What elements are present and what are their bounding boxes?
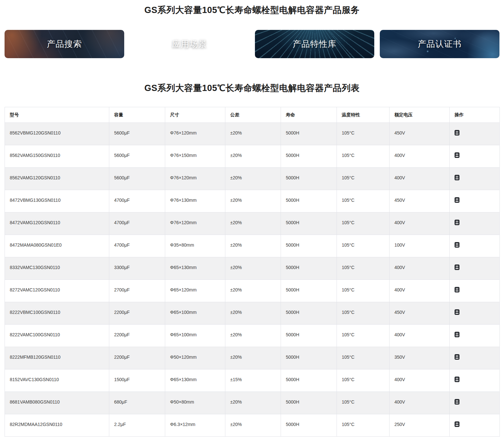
nav-cards: 产品搜索 应用场景 产品特性库 产品认证书 <box>0 30 504 58</box>
cell-tolerance: ±20% <box>225 392 281 414</box>
cell-voltage: 400V <box>390 168 450 190</box>
datasheet-icon <box>455 220 459 225</box>
cell-model: 8152VAVC130GSN0110 <box>5 369 109 392</box>
cell-voltage: 400V <box>390 392 450 414</box>
cell-tolerance: ±20% <box>225 347 281 369</box>
cell-temperature: 105°C <box>337 235 390 257</box>
table-row: 8562VAMG120GSN01105600μFΦ76×120mm±20%500… <box>5 168 500 190</box>
cell-lifetime: 5000H <box>281 257 337 280</box>
view-datasheet-button[interactable] <box>455 242 459 248</box>
cell-lifetime: 5000H <box>281 235 337 257</box>
cell-model: 8472VBMG130GSN0110 <box>5 190 109 213</box>
cell-size: Φ76×150mm <box>165 145 225 168</box>
cell-size: Φ35×80mm <box>165 235 225 257</box>
view-datasheet-button[interactable] <box>455 197 459 203</box>
cell-temperature: 105°C <box>337 213 390 235</box>
cell-voltage: 400V <box>390 369 450 392</box>
cell-size: Φ76×120mm <box>165 123 225 145</box>
view-datasheet-button[interactable] <box>455 377 459 382</box>
nav-card-product-characteristics[interactable]: 产品特性库 <box>255 30 375 58</box>
view-datasheet-button[interactable] <box>455 287 459 292</box>
nav-card-application-scenarios[interactable]: 应用场景 <box>130 30 249 58</box>
table-row: 8472MAMA080GSN01E04700μFΦ35×80mm±20%5000… <box>5 235 500 257</box>
cell-capacity: 5600μF <box>109 123 165 145</box>
cell-action <box>450 280 500 302</box>
cell-voltage: 400V <box>390 257 450 280</box>
col-header-tolerance: 公差 <box>225 107 281 123</box>
cell-temperature: 105°C <box>337 392 390 414</box>
cell-model: 8332VAMC130GSN0110 <box>5 257 109 280</box>
col-header-action: 操作 <box>450 107 500 123</box>
cell-temperature: 105°C <box>337 190 390 213</box>
cell-tolerance: ±15% <box>225 369 281 392</box>
table-row: 8222MFMB120GSN01102200μFΦ50×120mm±20%500… <box>5 347 500 369</box>
col-header-capacity: 容量 <box>109 107 165 123</box>
view-datasheet-button[interactable] <box>455 332 459 337</box>
view-datasheet-button[interactable] <box>455 175 459 180</box>
cell-voltage: 400V <box>390 325 450 347</box>
cell-voltage: 400V <box>390 145 450 168</box>
cell-tolerance: ±20% <box>225 168 281 190</box>
nav-card-product-certificates[interactable]: 产品认证书 <box>380 30 499 58</box>
cell-capacity: 680μF <box>109 392 165 414</box>
cell-lifetime: 5000H <box>281 369 337 392</box>
cell-temperature: 105°C <box>337 347 390 369</box>
datasheet-icon <box>455 287 459 292</box>
cell-tolerance: ±20% <box>225 325 281 347</box>
table-row: 8272VAMC120GSN01102700μFΦ65×120mm±20%500… <box>5 280 500 302</box>
datasheet-icon <box>455 332 459 337</box>
cell-temperature: 105°C <box>337 123 390 145</box>
datasheet-icon <box>455 242 459 248</box>
datasheet-icon <box>455 264 459 270</box>
view-datasheet-button[interactable] <box>455 152 459 158</box>
cell-temperature: 105°C <box>337 325 390 347</box>
nav-card-product-characteristics-label: 产品特性库 <box>293 38 337 50</box>
view-datasheet-button[interactable] <box>455 130 459 135</box>
table-header-row: 型号 容量 尺寸 公差 寿命 温度特性 额定电压 操作 <box>5 107 500 123</box>
table-body: 8562VBMG120GSN01105600μFΦ76×120mm±20%500… <box>5 123 500 437</box>
cell-capacity: 2700μF <box>109 280 165 302</box>
cell-size: Φ50×120mm <box>165 347 225 369</box>
col-header-size: 尺寸 <box>165 107 225 123</box>
view-datasheet-button[interactable] <box>455 421 459 427</box>
cell-temperature: 105°C <box>337 145 390 168</box>
cell-model: 8562VAMG120GSN0110 <box>5 168 109 190</box>
view-datasheet-button[interactable] <box>455 264 459 270</box>
cell-voltage: 450V <box>390 190 450 213</box>
cell-capacity: 4700μF <box>109 213 165 235</box>
cell-temperature: 105°C <box>337 280 390 302</box>
table-row: 8472VBMG130GSN01104700μFΦ76×130mm±20%500… <box>5 190 500 213</box>
datasheet-icon <box>455 197 459 203</box>
col-header-model: 型号 <box>5 107 109 123</box>
cell-size: Φ65×130mm <box>165 369 225 392</box>
cell-voltage: 350V <box>390 347 450 369</box>
cell-size: Φ76×130mm <box>165 190 225 213</box>
cell-model: 8472MAMA080GSN01E0 <box>5 235 109 257</box>
cell-model: 8472VAMG120GSN0110 <box>5 213 109 235</box>
col-header-temperature: 温度特性 <box>337 107 390 123</box>
view-datasheet-button[interactable] <box>455 220 459 225</box>
cell-model: 8222VAMC100GSN0110 <box>5 325 109 347</box>
view-datasheet-button[interactable] <box>455 399 459 405</box>
table-row: 82R2MDMAA12GSN01102.2μFΦ6.3×12mm±20%5000… <box>5 414 500 437</box>
cell-size: Φ65×130mm <box>165 257 225 280</box>
cell-action <box>450 347 500 369</box>
cell-capacity: 2200μF <box>109 302 165 325</box>
cell-size: Φ76×120mm <box>165 168 225 190</box>
view-datasheet-button[interactable] <box>455 309 459 315</box>
cell-action <box>450 190 500 213</box>
cell-size: Φ65×100mm <box>165 302 225 325</box>
nav-card-application-scenarios-label: 应用场景 <box>172 38 207 50</box>
cell-action <box>450 235 500 257</box>
product-table: 型号 容量 尺寸 公差 寿命 温度特性 额定电压 操作 8562VBMG120G… <box>5 107 500 437</box>
cell-lifetime: 5000H <box>281 213 337 235</box>
cell-temperature: 105°C <box>337 369 390 392</box>
cell-tolerance: ±20% <box>225 145 281 168</box>
view-datasheet-button[interactable] <box>455 354 459 360</box>
cell-model: 8562VBMG120GSN0110 <box>5 123 109 145</box>
datasheet-icon <box>455 354 459 360</box>
cell-capacity: 4700μF <box>109 235 165 257</box>
nav-card-product-search[interactable]: 产品搜索 <box>5 30 124 58</box>
cell-lifetime: 5000H <box>281 302 337 325</box>
cell-tolerance: ±20% <box>225 123 281 145</box>
